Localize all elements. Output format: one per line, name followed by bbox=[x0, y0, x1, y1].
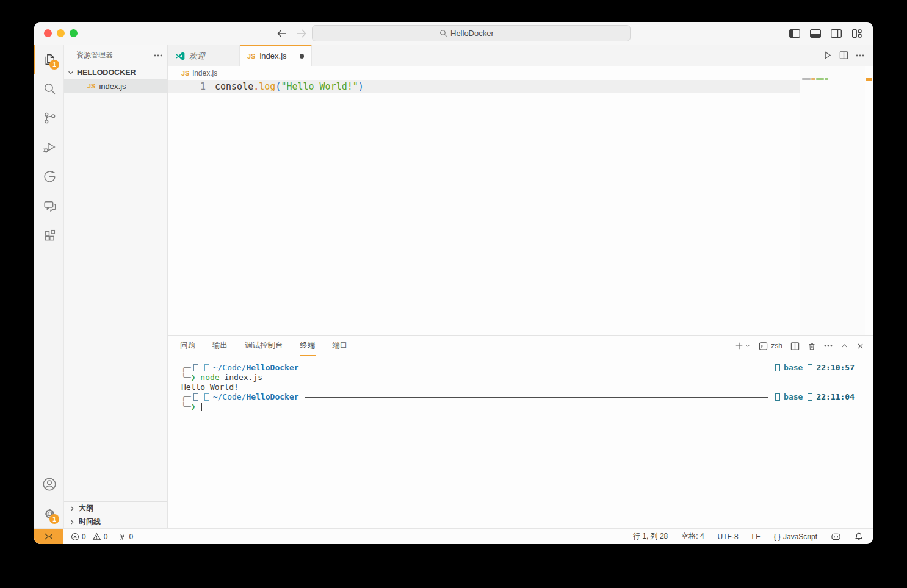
panel-tab-ports[interactable]: 端口 bbox=[333, 336, 348, 356]
activity-search[interactable] bbox=[34, 74, 63, 103]
notifications-status[interactable] bbox=[855, 532, 863, 541]
warning-icon bbox=[92, 532, 101, 541]
prompt-path: ~/Code/HelloDocker bbox=[213, 392, 299, 402]
account-icon bbox=[42, 476, 57, 492]
more-actions-icon[interactable] bbox=[154, 54, 162, 57]
outline-section[interactable]: 大纲 bbox=[64, 501, 167, 515]
command-arg: index.js bbox=[224, 373, 262, 382]
terminal-output-text: Hello World! bbox=[181, 382, 239, 392]
js-file-icon: JS bbox=[87, 82, 95, 90]
maximize-panel-icon[interactable] bbox=[840, 342, 848, 350]
terminal-instance-zsh[interactable]: zsh bbox=[759, 342, 782, 351]
circular-arrow-icon bbox=[42, 169, 57, 184]
glyph-box-icon bbox=[193, 364, 198, 371]
remote-indicator[interactable] bbox=[34, 529, 63, 544]
activity-run-debug[interactable] bbox=[34, 132, 63, 162]
ports-status[interactable]: 0 bbox=[117, 532, 133, 541]
split-terminal-icon[interactable] bbox=[790, 342, 800, 351]
search-input[interactable] bbox=[450, 29, 503, 38]
prompt-time: 22:10:57 bbox=[816, 363, 855, 373]
minimize-window-button[interactable] bbox=[57, 29, 65, 37]
code-line-1[interactable]: 1 console.log("Hello World!") bbox=[168, 80, 873, 93]
copilot-status[interactable] bbox=[831, 532, 841, 541]
chevron-down-icon bbox=[67, 68, 75, 77]
sidebar-title: 资源管理器 bbox=[76, 50, 113, 60]
kill-terminal-icon[interactable] bbox=[808, 342, 816, 351]
line-number: 1 bbox=[168, 81, 206, 92]
search-icon bbox=[42, 81, 57, 96]
split-editor-icon[interactable] bbox=[839, 51, 848, 60]
cursor-position-status[interactable]: 行 1, 列 28 bbox=[633, 531, 668, 542]
bottom-panel: 问题 输出 调试控制台 终端 端口 zsh bbox=[168, 335, 873, 528]
glyph-box-icon bbox=[808, 393, 812, 401]
eol-status[interactable]: LF bbox=[752, 532, 761, 541]
glyph-box-icon bbox=[808, 364, 812, 371]
js-file-icon: JS bbox=[247, 52, 255, 60]
output-line: Hello World! bbox=[181, 382, 855, 392]
terminal-output[interactable]: ╭─~/Code/HelloDockerbase22:10:57 ╰─❯ nod… bbox=[168, 356, 873, 528]
panel-tab-output[interactable]: 输出 bbox=[212, 336, 228, 356]
forward-arrow-icon[interactable] bbox=[295, 27, 308, 40]
tab-indexjs[interactable]: JS index.js bbox=[240, 45, 312, 66]
activity-extension-tool[interactable] bbox=[34, 162, 63, 191]
activity-source-control[interactable] bbox=[34, 103, 63, 132]
new-terminal-button[interactable] bbox=[735, 342, 751, 350]
close-panel-icon[interactable] bbox=[856, 342, 864, 350]
activity-explorer[interactable]: 1 bbox=[34, 45, 63, 74]
panel-tab-bar: 问题 输出 调试控制台 终端 端口 zsh bbox=[168, 336, 873, 356]
settings-button[interactable]: 1 bbox=[34, 499, 63, 528]
timeline-section[interactable]: 时间线 bbox=[64, 515, 167, 528]
source-control-icon bbox=[42, 110, 57, 126]
prompt-path: ~/Code/HelloDocker bbox=[213, 363, 299, 373]
activity-extensions[interactable] bbox=[34, 220, 63, 249]
breadcrumb[interactable]: JS index.js bbox=[168, 66, 873, 80]
more-actions-icon[interactable] bbox=[824, 345, 833, 347]
remote-icon bbox=[44, 532, 54, 540]
terminal-icon bbox=[759, 342, 768, 351]
panel-tab-problems[interactable]: 问题 bbox=[180, 336, 195, 356]
braces-icon: { } bbox=[774, 532, 781, 541]
status-bar: 0 0 0 行 1, 列 28 空格: 4 UTF-8 LF { } JavaS… bbox=[34, 528, 873, 544]
token-string: "Hello World!" bbox=[281, 81, 358, 92]
activity-chat[interactable] bbox=[34, 191, 63, 220]
panel-tab-debug-console[interactable]: 调试控制台 bbox=[245, 336, 283, 356]
language-label: JavaScript bbox=[783, 532, 817, 541]
back-arrow-icon[interactable] bbox=[275, 27, 289, 40]
toggle-secondary-sidebar-icon[interactable] bbox=[829, 26, 844, 41]
search-icon bbox=[439, 29, 447, 37]
title-bar bbox=[34, 22, 873, 45]
language-status[interactable]: { } JavaScript bbox=[774, 532, 817, 541]
tab-welcome[interactable]: 欢迎 bbox=[168, 45, 240, 66]
chevron-right-icon bbox=[68, 504, 76, 513]
chat-icon bbox=[42, 198, 57, 213]
token-paren-close: ) bbox=[358, 81, 364, 92]
tree-item-indexjs[interactable]: JS index.js bbox=[64, 79, 167, 93]
run-file-icon[interactable] bbox=[823, 51, 832, 60]
copilot-icon bbox=[831, 532, 841, 541]
code-editor[interactable]: JS index.js 1 console.log("Hello World!"… bbox=[168, 66, 873, 335]
outline-label: 大纲 bbox=[79, 503, 93, 514]
close-window-button[interactable] bbox=[44, 29, 52, 37]
vscode-logo-icon bbox=[175, 51, 185, 61]
overview-ruler-mark bbox=[866, 78, 872, 81]
glyph-box-icon bbox=[775, 364, 780, 371]
panel-tab-terminal[interactable]: 终端 bbox=[300, 336, 316, 356]
problems-status[interactable]: 0 0 bbox=[71, 532, 107, 541]
maximize-window-button[interactable] bbox=[70, 29, 78, 37]
more-actions-icon[interactable] bbox=[856, 54, 864, 57]
toggle-panel-icon[interactable] bbox=[808, 26, 823, 41]
minimap[interactable] bbox=[800, 66, 865, 335]
command-center-search[interactable] bbox=[312, 25, 631, 41]
encoding-status[interactable]: UTF-8 bbox=[718, 532, 739, 541]
toggle-sidebar-icon[interactable] bbox=[787, 26, 802, 41]
vscode-window: 1 bbox=[34, 22, 873, 544]
warning-count: 0 bbox=[104, 532, 108, 541]
active-prompt-line[interactable]: ╰─❯ bbox=[181, 402, 855, 412]
prompt-time: 22:11:04 bbox=[816, 392, 855, 402]
indentation-status[interactable]: 空格: 4 bbox=[681, 531, 704, 542]
prompt-chevron: ❯ bbox=[191, 373, 196, 382]
unsaved-changes-dot[interactable] bbox=[300, 54, 304, 59]
account-button[interactable] bbox=[34, 470, 63, 499]
customize-layout-icon[interactable] bbox=[850, 26, 864, 41]
tree-root-folder[interactable]: HELLODOCKER bbox=[64, 66, 167, 79]
